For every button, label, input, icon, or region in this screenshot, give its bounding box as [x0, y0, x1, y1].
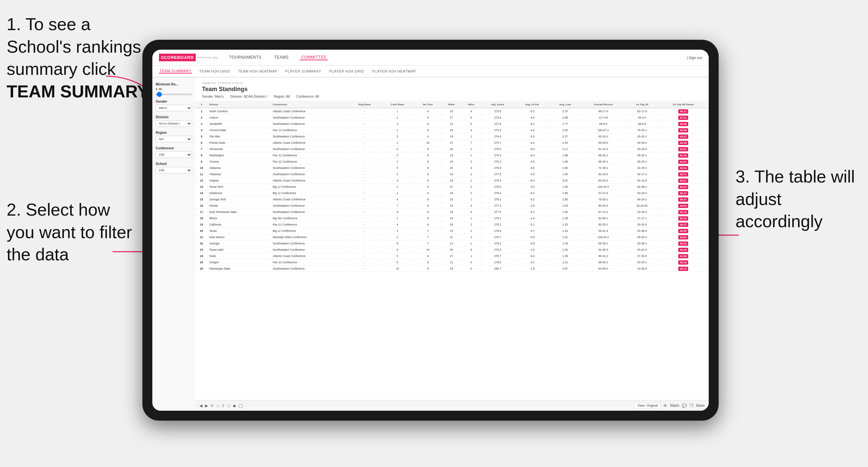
watch-btn[interactable]: Watch	[670, 404, 679, 407]
cell-conference: Southeastern Conference	[271, 165, 349, 171]
table-row: 1 North Carolina Atlantic Coast Conferen…	[195, 108, 709, 115]
nav-tournaments[interactable]: TOURNAMENTS	[228, 55, 263, 60]
cell-wins: 2	[461, 228, 481, 234]
filter-region: Region N/A	[156, 131, 192, 143]
cell-reg-rank: -	[349, 259, 380, 266]
cell-rank: 11	[195, 171, 208, 178]
cell-avg-to-par: -6.0	[515, 152, 550, 159]
cell-avg-to-par: -3.1	[515, 259, 550, 266]
col-adj-score: Adj. Score	[481, 101, 515, 108]
table-row: 8 Washington Pac-12 Conference - 2 8 23 …	[195, 152, 709, 159]
cell-conference: Big 12 Conference	[271, 184, 349, 190]
reload-icon[interactable]: ↻	[211, 403, 214, 408]
cell-school: Illinois	[208, 215, 271, 222]
min-rank-slider[interactable]	[156, 94, 192, 95]
logo-sub: Powered by clippi	[197, 56, 218, 59]
table-row: 23 Texas A&M Southeastern Conference - 9…	[195, 247, 709, 253]
region-select[interactable]: N/A	[156, 136, 192, 143]
share-small-icon[interactable]: ⇧	[222, 403, 225, 408]
subnav-team-h2h-heatmap[interactable]: TEAM H2H HEATMAP	[237, 69, 278, 73]
cell-conference: Big 12 Conference	[271, 228, 349, 234]
tab-icon[interactable]: ◆	[233, 403, 236, 408]
cell-conference: Pac-12 Conference	[271, 222, 349, 228]
eye-icon: 👁	[663, 403, 667, 408]
conference-select[interactable]: (All)	[156, 151, 192, 158]
cell-conference: Mountain West Conference	[271, 234, 349, 241]
subnav: TEAM SUMMARY TEAM H2H GRID TEAM H2H HEAT…	[152, 66, 709, 77]
cell-rank: 9	[195, 159, 208, 165]
cell-rnds: 27	[441, 253, 462, 259]
forward-icon[interactable]: ▶	[205, 403, 208, 408]
cell-conference: Southeastern Conference	[271, 241, 349, 247]
subnav-player-h2h-grid[interactable]: PLAYER H2H GRID	[329, 69, 365, 73]
nav-teams[interactable]: TEAMS	[273, 55, 290, 60]
cell-adj-score: 271.8	[481, 121, 515, 127]
subnav-player-h2h-heatmap[interactable]: PLAYER H2H HEATMAP	[372, 69, 416, 73]
cell-avg-low: 1.21	[550, 259, 581, 266]
cell-wins: 4	[461, 127, 481, 133]
cell-adj-score: 274.2	[481, 127, 515, 133]
cell-wins: 2	[461, 184, 481, 190]
cell-reg-rank: -	[349, 209, 380, 215]
cell-school: Texas	[208, 228, 271, 234]
cell-conference: Southeastern Conference	[271, 209, 349, 215]
cell-avg-to-par: -0.7	[515, 228, 550, 234]
division-select[interactable]: NCAA Division I	[156, 120, 192, 127]
cell-no-tour: 9	[414, 203, 441, 209]
share-btn[interactable]: Share	[696, 404, 705, 407]
cell-overall: 117-4-0	[581, 115, 626, 121]
cell-avg-low: 1.90	[550, 171, 581, 178]
home-icon[interactable]: ⌂	[217, 403, 219, 408]
cell-conf-rank: 3	[380, 228, 414, 234]
bookmark-icon[interactable]: □	[227, 403, 230, 408]
cell-avg-low: 1.86	[550, 165, 581, 171]
subnav-team-h2h-grid[interactable]: TEAM H2H GRID	[199, 69, 231, 73]
cell-rnds: 23	[441, 215, 462, 222]
cell-rnds: 23	[441, 121, 462, 127]
cell-rank: 8	[195, 152, 208, 159]
cell-no-tour: 8	[414, 152, 441, 159]
table-row: 12 Virginia Atlantic Coast Conference - …	[195, 178, 709, 184]
cell-vs50-pts: 83.27	[658, 133, 708, 140]
cell-adj-score: 279.0	[481, 146, 515, 152]
cell-conf-rank: 1	[380, 234, 414, 241]
cell-adj-score: 274.8	[481, 133, 515, 140]
cell-vs25: 78-25-1	[626, 127, 658, 133]
cell-vs50-pts: 80.47	[658, 196, 708, 203]
school-select[interactable]: (All)	[156, 167, 192, 174]
table-scroll[interactable]: # School Conference Reg Rank Conf Rank N…	[195, 101, 709, 400]
cell-reg-rank: -	[349, 196, 380, 203]
cell-rank: 24	[195, 253, 208, 259]
cell-vs25: 31-29-1	[626, 165, 658, 171]
col-avg-to-par: Avg. to Par	[515, 101, 550, 108]
gender-select[interactable]: Men's	[156, 105, 192, 111]
col-avg-low: Avg. Low	[550, 101, 581, 108]
col-school: School	[208, 101, 271, 108]
cell-conf-rank: 10	[380, 266, 414, 272]
clock-icon[interactable]: ◯	[239, 403, 243, 408]
back-icon[interactable]: ◀	[199, 403, 203, 408]
cell-adj-score: 278.7	[481, 234, 515, 241]
cell-vs25: 54-4-0	[626, 115, 658, 121]
cell-avg-to-par: -2.9	[515, 203, 550, 209]
subnav-team-summary[interactable]: TEAM SUMMARY	[159, 69, 192, 73]
cell-overall: 95-6-0	[581, 121, 626, 127]
table-row: 15 Georgia Tech Atlantic Coast Conferenc…	[195, 196, 709, 203]
cell-conference: Southeastern Conference	[271, 171, 349, 178]
cell-avg-low: 1.63	[550, 203, 581, 209]
cell-school: Florida	[208, 203, 271, 209]
cell-vs50-pts: 88.18	[658, 259, 708, 266]
cell-vs50-pts: 88.42	[658, 247, 708, 253]
cell-rnds: 22	[441, 228, 462, 234]
cell-avg-low: 2.20	[550, 140, 581, 146]
cell-wins: 1	[461, 196, 481, 203]
cell-adj-score: 276.0	[481, 184, 515, 190]
sign-out-link[interactable]: | Sign out	[687, 56, 702, 60]
nav-committee[interactable]: COMMITTEE	[300, 55, 328, 60]
cell-no-tour: 9	[414, 253, 441, 259]
subnav-player-summary[interactable]: PLAYER SUMMARY	[284, 69, 322, 73]
cell-overall: 59-41-4	[581, 228, 626, 234]
cell-vs50-pts: 80.94	[658, 165, 708, 171]
cell-avg-low: 1.85	[550, 190, 581, 196]
view-original-btn[interactable]: View: Original	[634, 403, 661, 408]
